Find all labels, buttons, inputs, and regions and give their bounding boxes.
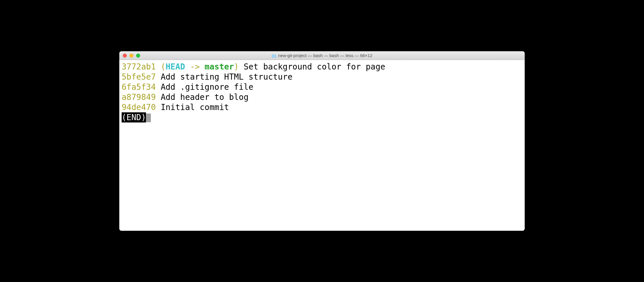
pager-end-marker: (END) <box>122 112 146 122</box>
pager-end-line: (END) <box>122 112 522 122</box>
title-wrap: new-git-project — bash — bash — less — 6… <box>119 53 525 58</box>
traffic-lights <box>119 54 140 58</box>
commit-message: Add header to blog <box>161 92 248 102</box>
commit-line: 3772ab1 (HEAD -> master) Set background … <box>122 62 522 72</box>
commit-line: 6fa5f34 Add .gitignore file <box>122 82 522 92</box>
commit-hash: 94de470 <box>122 102 156 112</box>
folder-icon <box>272 54 276 57</box>
minimize-button[interactable] <box>129 54 133 58</box>
terminal-body[interactable]: 3772ab1 (HEAD -> master) Set background … <box>119 60 525 231</box>
titlebar[interactable]: new-git-project — bash — bash — less — 6… <box>119 51 525 60</box>
ref-paren-close: ) <box>234 62 239 72</box>
commit-message: Add starting HTML structure <box>161 72 292 82</box>
commit-hash: 3772ab1 <box>122 62 156 72</box>
commit-line: 5bfe5e7 Add starting HTML structure <box>122 72 522 82</box>
commit-message: Set background color for page <box>244 62 385 72</box>
commit-line: a879849 Add header to blog <box>122 92 522 102</box>
maximize-button[interactable] <box>136 54 140 58</box>
terminal-window: new-git-project — bash — bash — less — 6… <box>119 51 525 231</box>
window-title: new-git-project — bash — bash — less — 6… <box>278 53 372 58</box>
commit-hash: 6fa5f34 <box>122 82 156 92</box>
ref-paren-open: ( <box>161 62 166 72</box>
commit-message: Add .gitignore file <box>161 82 253 92</box>
commit-hash: 5bfe5e7 <box>122 72 156 82</box>
ref-arrow: -> <box>185 62 204 72</box>
close-button[interactable] <box>123 54 127 58</box>
head-ref: HEAD <box>166 62 185 72</box>
commit-message: Initial commit <box>161 102 229 112</box>
cursor <box>146 113 151 122</box>
branch-ref: master <box>205 62 234 72</box>
commit-hash: a879849 <box>122 92 156 102</box>
commit-line: 94de470 Initial commit <box>122 102 522 112</box>
